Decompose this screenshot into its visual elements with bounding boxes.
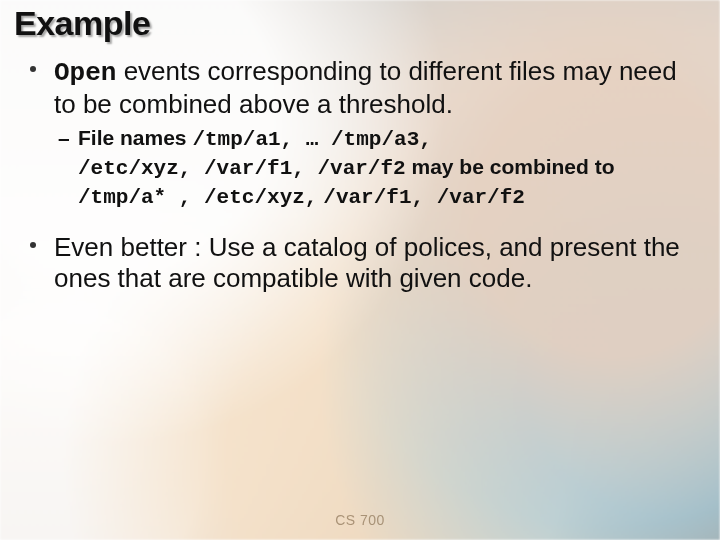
slide-footer: CS 700 xyxy=(0,512,720,528)
bullet1-rest: events corresponding to different files … xyxy=(54,56,677,119)
dash-icon: – xyxy=(58,125,70,152)
bullet2-text: Even better : Use a catalog of polices, … xyxy=(54,232,680,293)
sub-bullet-1: – File names /tmp/a1, … /tmp/a3, /etc/xy… xyxy=(30,125,700,212)
sub-mid: may be combined to xyxy=(406,155,615,178)
code-seg4: /var/f1, /var/f2 xyxy=(323,186,525,209)
code-seg2: /etc/xyz, /var/f1, /var/f2 xyxy=(78,157,406,180)
slide-title: Example xyxy=(14,4,150,43)
sub-lead: File names xyxy=(78,126,192,149)
bullet-2: Even better : Use a catalog of polices, … xyxy=(30,232,700,293)
bullet-dot-icon xyxy=(30,242,36,248)
body-list: Open events corresponding to different f… xyxy=(30,56,700,299)
bullet-1: Open events corresponding to different f… xyxy=(30,56,700,119)
code-seg3: /tmp/a* , /etc/xyz, xyxy=(78,186,317,209)
title-text: Example xyxy=(14,4,150,42)
slide-content: Example Open events corresponding to dif… xyxy=(0,0,720,540)
code-seg1: /tmp/a1, … /tmp/a3, xyxy=(192,128,431,151)
bullet1-mono: Open xyxy=(54,58,116,88)
footer-text: CS 700 xyxy=(335,512,385,528)
bullet-dot-icon xyxy=(30,66,36,72)
